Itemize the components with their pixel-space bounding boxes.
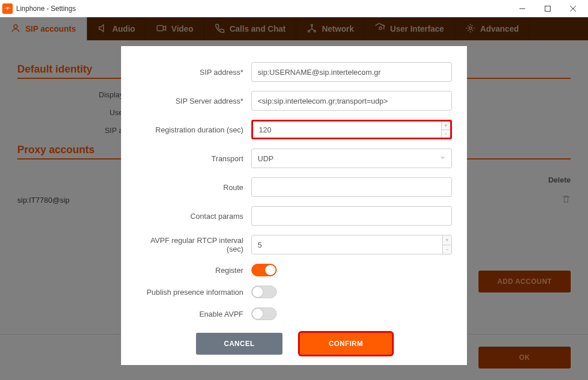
- sip-address-input[interactable]: [251, 62, 452, 82]
- avpf-interval-label: AVPF regular RTCP interval (sec): [136, 236, 251, 253]
- transport-select[interactable]: [251, 149, 452, 168]
- app-icon: [2, 3, 13, 14]
- registration-duration-field: + -: [251, 120, 452, 139]
- registration-duration-label: Registration duration (sec): [136, 126, 251, 134]
- avpf-interval-field: + -: [251, 235, 452, 254]
- enable-avpf-toggle[interactable]: [251, 307, 277, 320]
- sip-server-input[interactable]: [251, 91, 452, 111]
- window-title: Linphone - Settings: [16, 5, 76, 13]
- sip-account-modal: SIP address* SIP Server address* Registr…: [121, 46, 467, 365]
- svg-point-0: [7, 8, 8, 9]
- publish-presence-label: Publish presence information: [136, 288, 251, 297]
- spin-up-button[interactable]: +: [443, 235, 451, 245]
- spin-down-button[interactable]: -: [442, 130, 450, 138]
- confirm-button[interactable]: CONFIRM: [300, 333, 392, 355]
- register-label: Register: [136, 266, 251, 275]
- avpf-interval-input[interactable]: [252, 235, 442, 254]
- contact-params-label: Contact params: [136, 212, 251, 221]
- cancel-button[interactable]: CANCEL: [196, 333, 282, 355]
- minimize-button[interactable]: [510, 1, 535, 17]
- transport-label: Transport: [136, 154, 251, 163]
- publish-presence-toggle[interactable]: [251, 286, 277, 298]
- close-button[interactable]: [560, 1, 586, 17]
- route-input[interactable]: [251, 177, 452, 197]
- modal-footer: CANCEL CONFIRM: [136, 333, 452, 355]
- svg-rect-2: [545, 6, 551, 11]
- contact-params-input[interactable]: [251, 206, 452, 226]
- route-label: Route: [136, 183, 251, 192]
- enable-avpf-label: Enable AVPF: [136, 310, 251, 318]
- sip-address-label: SIP address*: [136, 68, 251, 77]
- spin-up-button[interactable]: +: [442, 121, 450, 130]
- register-toggle[interactable]: [251, 264, 277, 276]
- registration-duration-input[interactable]: [253, 121, 441, 138]
- sip-server-label: SIP Server address*: [136, 97, 251, 105]
- spin-down-button[interactable]: -: [443, 245, 451, 254]
- title-bar: Linphone - Settings: [0, 0, 588, 17]
- maximize-button[interactable]: [535, 1, 560, 17]
